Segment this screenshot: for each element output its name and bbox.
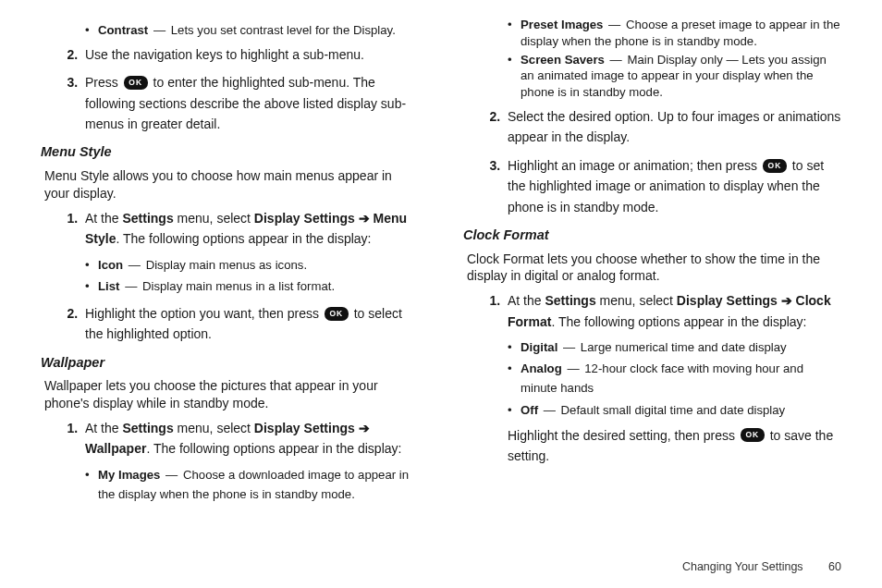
footer-page-number: 60 xyxy=(828,560,841,573)
cf-opt2-term: Analog xyxy=(521,361,562,375)
menu-style-opt-icon: Icon — Display main menus as icons. xyxy=(85,255,419,275)
ms-opt2-term: List xyxy=(98,279,119,293)
cf-opt1-term: Digital xyxy=(521,340,557,354)
dash: — xyxy=(129,258,141,272)
wallpaper-opt-myimages: My Images — Choose a downloaded image to… xyxy=(85,465,419,504)
cf1-pre: At the xyxy=(508,293,545,308)
clock-format-steps: At the Settings menu, select Display Set… xyxy=(463,290,841,466)
ms-opt1-term: Icon xyxy=(98,258,123,272)
cf-opt3-desc: Default small digital time and date disp… xyxy=(561,403,786,417)
ms2-pre: Highlight the option you want, then pres… xyxy=(85,306,323,321)
wp1-mid: menu, select xyxy=(174,421,254,435)
arrow-icon: ➔ xyxy=(355,421,370,435)
cf-tail-pre: Highlight the desired setting, then pres… xyxy=(508,428,739,443)
menu-style-intro: Menu Style allows you to choose how main… xyxy=(44,167,419,202)
cf1-mid: menu, select xyxy=(596,293,677,308)
menu-style-opt-list: List — Display main menus in a list form… xyxy=(85,276,419,296)
clock-format-step-1-body: At the Settings menu, select Display Set… xyxy=(508,293,831,328)
dash: — xyxy=(608,18,620,31)
top-step-2-text: Use the navigation keys to highlight a s… xyxy=(85,47,364,62)
wallpaper-step-3-body: Highlight an image or animation; then pr… xyxy=(508,158,824,214)
menu-style-steps: At the Settings menu, select Display Set… xyxy=(41,208,419,345)
wp1-path1: Display Settings xyxy=(254,421,355,435)
wallpaper-opt-preset: Preset Images — Choose a preset image to… xyxy=(508,17,841,50)
dash: — xyxy=(125,279,137,293)
ms-opt1-desc: Display main menus as icons. xyxy=(146,258,307,272)
wallpaper-step-3: Highlight an image or animation; then pr… xyxy=(504,155,841,217)
ms-opt2-desc: Display main menus in a list format. xyxy=(142,279,335,293)
wallpaper-steps-cont: Select the desired option. Up to four im… xyxy=(463,106,841,217)
menu-style-step-1: At the Settings menu, select Display Set… xyxy=(81,208,419,296)
ms1-mid: menu, select xyxy=(174,211,254,226)
ok-key-icon: OK xyxy=(763,159,787,173)
wp1-settings: Settings xyxy=(122,421,173,435)
ms1-settings: Settings xyxy=(122,211,173,226)
top-step-2: Use the navigation keys to highlight a s… xyxy=(81,44,419,65)
dash: — xyxy=(563,340,575,354)
right-column: Preset Images — Choose a preset image to… xyxy=(463,17,841,511)
clock-format-tail: Highlight the desired setting, then pres… xyxy=(508,428,833,463)
arrow-icon: ➔ xyxy=(355,211,374,226)
wallpaper-step-1-body: At the Settings menu, select Display Set… xyxy=(85,421,401,456)
wallpaper-step-2: Select the desired option. Up to four im… xyxy=(504,106,841,148)
menu-style-step-2: Highlight the option you want, then pres… xyxy=(81,303,419,345)
wp-opt3-term: Screen Savers xyxy=(521,53,605,67)
contrast-term: Contrast xyxy=(98,23,148,37)
ms1-path1: Display Settings xyxy=(254,211,355,226)
wp-opt1-term: My Images xyxy=(98,468,160,482)
dash: — xyxy=(153,23,165,37)
dash: — xyxy=(610,53,622,67)
contrast-desc: Lets you set contrast level for the Disp… xyxy=(171,23,396,37)
clock-format-opt-off: Off — Default small digital time and dat… xyxy=(508,400,841,420)
ms1-pre: At the xyxy=(85,211,122,226)
wallpaper-opt-screensavers: Screen Savers — Main Display only — Lets… xyxy=(508,52,841,101)
top-step-3-body: Press OK to enter the highlighted sub-me… xyxy=(85,75,406,131)
menu-style-step-2-body: Highlight the option you want, then pres… xyxy=(85,306,402,341)
menu-style-heading: Menu Style xyxy=(41,143,419,162)
menu-style-opts: Icon — Display main menus as icons. List… xyxy=(85,255,419,296)
wp-opt2-term: Preset Images xyxy=(521,18,603,31)
top-steps: Use the navigation keys to highlight a s… xyxy=(41,44,419,135)
contrast-bullet-list: Contrast — Lets you set contrast level f… xyxy=(85,22,419,39)
arrow-icon: ➔ xyxy=(778,293,796,308)
menu-style-step-1-body: At the Settings menu, select Display Set… xyxy=(85,211,407,246)
page-footer: Changing Your Settings 60 xyxy=(682,559,841,575)
clock-format-step-1: At the Settings menu, select Display Set… xyxy=(504,290,841,466)
clock-format-opts: Digital — Large numerical time and date … xyxy=(508,337,841,420)
wallpaper-step-1: At the Settings menu, select Display Set… xyxy=(81,418,419,504)
cf1-path1: Display Settings xyxy=(677,293,778,308)
ok-key-icon: OK xyxy=(325,307,349,321)
wallpaper-step-2-text: Select the desired option. Up to four im… xyxy=(508,109,840,144)
cf1-settings: Settings xyxy=(545,293,595,308)
dash: — xyxy=(165,468,178,482)
wp1-pre: At the xyxy=(85,421,122,435)
wp3-pre: Highlight an image or animation; then pr… xyxy=(508,158,761,173)
wallpaper-opts-left: My Images — Choose a downloaded image to… xyxy=(85,465,419,504)
ok-key-icon: OK xyxy=(741,428,765,442)
clock-format-intro: Clock Format lets you choose whether to … xyxy=(467,251,841,286)
cf-opt1-desc: Large numerical time and date display xyxy=(581,340,787,354)
page-body: Contrast — Lets you set contrast level f… xyxy=(0,0,882,519)
wallpaper-opts-right: Preset Images — Choose a preset image to… xyxy=(508,17,841,101)
wp1-post: . The following options appear in the di… xyxy=(146,441,401,456)
wp1-path2: Wallpaper xyxy=(85,441,146,456)
wallpaper-heading: Wallpaper xyxy=(41,354,419,373)
footer-section: Changing Your Settings xyxy=(682,560,803,573)
cf1-post: . The following options appear in the di… xyxy=(551,314,806,329)
wallpaper-intro: Wallpaper lets you choose the pictures t… xyxy=(44,377,419,412)
cf-opt3-term: Off xyxy=(521,403,538,417)
ms1-post: . The following options appear in the di… xyxy=(116,231,371,246)
left-column: Contrast — Lets you set contrast level f… xyxy=(41,17,419,511)
top-step-3-pre: Press xyxy=(85,75,122,90)
clock-format-heading: Clock Format xyxy=(463,227,841,245)
clock-format-opt-digital: Digital — Large numerical time and date … xyxy=(508,337,841,357)
cf-opt2-desc: 12-hour clock face with moving hour and … xyxy=(521,361,803,395)
ok-key-icon: OK xyxy=(124,76,148,90)
wallpaper-steps: At the Settings menu, select Display Set… xyxy=(41,418,419,504)
contrast-bullet: Contrast — Lets you set contrast level f… xyxy=(85,22,419,39)
top-step-3: Press OK to enter the highlighted sub-me… xyxy=(81,72,419,134)
clock-format-opt-analog: Analog — 12-hour clock face with moving … xyxy=(508,359,841,398)
dash: — xyxy=(544,403,556,417)
dash: — xyxy=(567,361,579,375)
